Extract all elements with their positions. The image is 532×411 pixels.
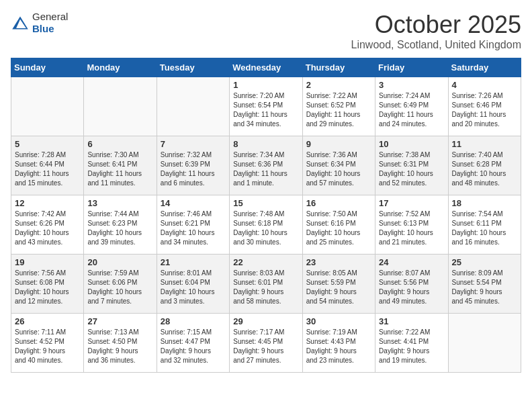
- calendar-cell: 30Sunrise: 7:19 AM Sunset: 4:43 PM Dayli…: [302, 314, 375, 373]
- calendar-cell: 1Sunrise: 7:20 AM Sunset: 6:54 PM Daylig…: [230, 77, 302, 136]
- calendar-week-row: 19Sunrise: 7:56 AM Sunset: 6:08 PM Dayli…: [11, 255, 521, 314]
- header-friday: Friday: [375, 58, 448, 77]
- day-number: 20: [87, 257, 152, 267]
- day-info: Sunrise: 8:03 AM Sunset: 6:01 PM Dayligh…: [233, 269, 298, 306]
- calendar-cell: 2Sunrise: 7:22 AM Sunset: 6:52 PM Daylig…: [302, 77, 375, 136]
- day-number: 1: [233, 80, 298, 90]
- day-number: 9: [306, 139, 371, 149]
- day-number: 4: [452, 80, 517, 90]
- day-info: Sunrise: 7:28 AM Sunset: 6:44 PM Dayligh…: [15, 150, 80, 188]
- day-info: Sunrise: 7:40 AM Sunset: 6:28 PM Dayligh…: [452, 150, 517, 188]
- header-wednesday: Wednesday: [230, 58, 302, 77]
- day-info: Sunrise: 7:44 AM Sunset: 6:23 PM Dayligh…: [87, 210, 152, 247]
- calendar-week-row: 1Sunrise: 7:20 AM Sunset: 6:54 PM Daylig…: [11, 77, 521, 136]
- day-info: Sunrise: 7:11 AM Sunset: 4:52 PM Dayligh…: [15, 328, 80, 365]
- page-header: General Blue October 2025 Linwood, Scotl…: [11, 11, 521, 51]
- day-info: Sunrise: 7:50 AM Sunset: 6:16 PM Dayligh…: [306, 210, 371, 247]
- day-number: 13: [87, 198, 152, 208]
- day-info: Sunrise: 7:36 AM Sunset: 6:34 PM Dayligh…: [306, 150, 371, 188]
- logo-icon: [11, 15, 30, 30]
- day-info: Sunrise: 8:09 AM Sunset: 5:54 PM Dayligh…: [452, 269, 517, 306]
- calendar-cell: 14Sunrise: 7:46 AM Sunset: 6:21 PM Dayli…: [157, 195, 229, 255]
- day-number: 5: [15, 139, 80, 149]
- calendar-cell: 31Sunrise: 7:22 AM Sunset: 4:41 PM Dayli…: [375, 314, 448, 373]
- day-number: 18: [452, 198, 517, 208]
- calendar-cell: 29Sunrise: 7:17 AM Sunset: 4:45 PM Dayli…: [230, 314, 302, 373]
- calendar-cell: 6Sunrise: 7:30 AM Sunset: 6:41 PM Daylig…: [84, 136, 157, 195]
- header-saturday: Saturday: [448, 58, 521, 77]
- day-number: 30: [306, 316, 371, 326]
- calendar-week-row: 26Sunrise: 7:11 AM Sunset: 4:52 PM Dayli…: [11, 314, 521, 373]
- calendar-cell: 20Sunrise: 7:59 AM Sunset: 6:06 PM Dayli…: [84, 255, 157, 314]
- day-info: Sunrise: 8:01 AM Sunset: 6:04 PM Dayligh…: [161, 269, 226, 306]
- day-number: 17: [379, 198, 444, 208]
- calendar-cell: 3Sunrise: 7:24 AM Sunset: 6:49 PM Daylig…: [375, 77, 448, 136]
- calendar-cell: 23Sunrise: 8:05 AM Sunset: 5:59 PM Dayli…: [302, 255, 375, 314]
- calendar-week-row: 12Sunrise: 7:42 AM Sunset: 6:26 PM Dayli…: [11, 195, 521, 255]
- calendar-cell: [84, 77, 157, 136]
- day-number: 3: [379, 80, 444, 90]
- calendar-cell: 5Sunrise: 7:28 AM Sunset: 6:44 PM Daylig…: [11, 136, 84, 195]
- month-title: October 2025: [351, 11, 522, 39]
- day-number: 14: [161, 198, 226, 208]
- day-info: Sunrise: 7:15 AM Sunset: 4:47 PM Dayligh…: [161, 328, 226, 365]
- day-number: 11: [452, 139, 517, 149]
- logo: General Blue: [11, 11, 68, 35]
- calendar-cell: 7Sunrise: 7:32 AM Sunset: 6:39 PM Daylig…: [157, 136, 229, 195]
- calendar-cell: 15Sunrise: 7:48 AM Sunset: 6:18 PM Dayli…: [230, 195, 302, 255]
- day-info: Sunrise: 7:59 AM Sunset: 6:06 PM Dayligh…: [87, 269, 152, 306]
- calendar-cell: 4Sunrise: 7:26 AM Sunset: 6:46 PM Daylig…: [448, 77, 521, 136]
- header-thursday: Thursday: [302, 58, 375, 77]
- day-info: Sunrise: 7:32 AM Sunset: 6:39 PM Dayligh…: [161, 150, 226, 188]
- location-subtitle: Linwood, Scotland, United Kingdom: [351, 39, 522, 51]
- day-number: 28: [161, 316, 226, 326]
- calendar-cell: 8Sunrise: 7:34 AM Sunset: 6:36 PM Daylig…: [230, 136, 302, 195]
- calendar-cell: 17Sunrise: 7:52 AM Sunset: 6:13 PM Dayli…: [375, 195, 448, 255]
- calendar-cell: 22Sunrise: 8:03 AM Sunset: 6:01 PM Dayli…: [230, 255, 302, 314]
- calendar-cell: 13Sunrise: 7:44 AM Sunset: 6:23 PM Dayli…: [84, 195, 157, 255]
- day-info: Sunrise: 7:56 AM Sunset: 6:08 PM Dayligh…: [15, 269, 80, 306]
- calendar-cell: 28Sunrise: 7:15 AM Sunset: 4:47 PM Dayli…: [157, 314, 229, 373]
- day-number: 2: [306, 80, 371, 90]
- day-number: 15: [233, 198, 298, 208]
- day-info: Sunrise: 7:48 AM Sunset: 6:18 PM Dayligh…: [233, 210, 298, 247]
- day-info: Sunrise: 7:22 AM Sunset: 4:41 PM Dayligh…: [379, 328, 444, 365]
- calendar-cell: 9Sunrise: 7:36 AM Sunset: 6:34 PM Daylig…: [302, 136, 375, 195]
- day-number: 23: [306, 257, 371, 267]
- day-info: Sunrise: 8:07 AM Sunset: 5:56 PM Dayligh…: [379, 269, 444, 306]
- day-info: Sunrise: 7:52 AM Sunset: 6:13 PM Dayligh…: [379, 210, 444, 247]
- day-info: Sunrise: 7:24 AM Sunset: 6:49 PM Dayligh…: [379, 91, 444, 129]
- day-info: Sunrise: 7:34 AM Sunset: 6:36 PM Dayligh…: [233, 150, 298, 188]
- calendar-cell: 26Sunrise: 7:11 AM Sunset: 4:52 PM Dayli…: [11, 314, 84, 373]
- calendar-cell: 25Sunrise: 8:09 AM Sunset: 5:54 PM Dayli…: [448, 255, 521, 314]
- day-number: 27: [87, 316, 152, 326]
- calendar-cell: 12Sunrise: 7:42 AM Sunset: 6:26 PM Dayli…: [11, 195, 84, 255]
- calendar-cell: 10Sunrise: 7:38 AM Sunset: 6:31 PM Dayli…: [375, 136, 448, 195]
- day-number: 19: [15, 257, 80, 267]
- logo-blue-text: Blue: [32, 23, 54, 34]
- day-info: Sunrise: 7:26 AM Sunset: 6:46 PM Dayligh…: [452, 91, 517, 129]
- calendar-cell: 16Sunrise: 7:50 AM Sunset: 6:16 PM Dayli…: [302, 195, 375, 255]
- day-number: 16: [306, 198, 371, 208]
- calendar-cell: 24Sunrise: 8:07 AM Sunset: 5:56 PM Dayli…: [375, 255, 448, 314]
- logo-general-text: General: [32, 11, 68, 22]
- calendar-header-row: SundayMondayTuesdayWednesdayThursdayFrid…: [11, 58, 521, 77]
- day-number: 12: [15, 198, 80, 208]
- header-sunday: Sunday: [11, 58, 84, 77]
- day-info: Sunrise: 7:42 AM Sunset: 6:26 PM Dayligh…: [15, 210, 80, 247]
- day-number: 26: [15, 316, 80, 326]
- day-number: 22: [233, 257, 298, 267]
- day-info: Sunrise: 7:20 AM Sunset: 6:54 PM Dayligh…: [233, 91, 298, 129]
- day-number: 7: [161, 139, 226, 149]
- day-number: 31: [379, 316, 444, 326]
- day-number: 21: [161, 257, 226, 267]
- day-number: 10: [379, 139, 444, 149]
- day-info: Sunrise: 7:54 AM Sunset: 6:11 PM Dayligh…: [452, 210, 517, 247]
- calendar-cell: [157, 77, 229, 136]
- day-info: Sunrise: 7:13 AM Sunset: 4:50 PM Dayligh…: [87, 328, 152, 365]
- header-monday: Monday: [84, 58, 157, 77]
- day-number: 6: [87, 139, 152, 149]
- calendar-table: SundayMondayTuesdayWednesdayThursdayFrid…: [11, 58, 521, 373]
- calendar-cell: [448, 314, 521, 373]
- calendar-cell: 19Sunrise: 7:56 AM Sunset: 6:08 PM Dayli…: [11, 255, 84, 314]
